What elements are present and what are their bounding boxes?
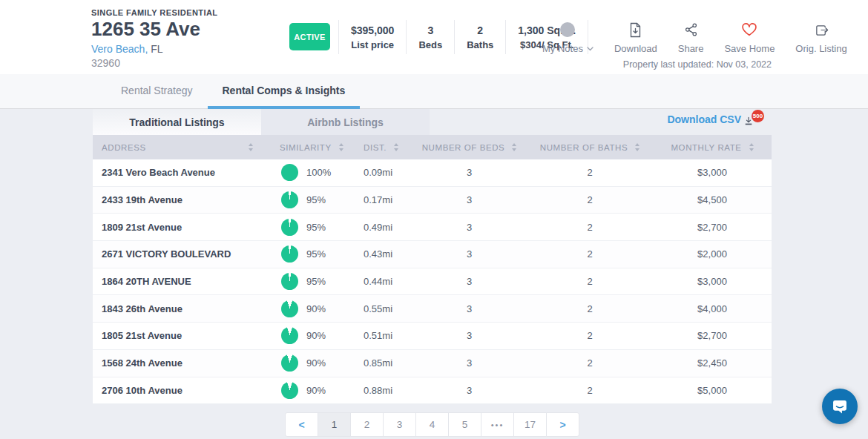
baths-value: 2	[527, 167, 653, 178]
pagination-page-1[interactable]: 1	[318, 412, 351, 437]
monthly-rate-value: $5,000	[653, 385, 772, 396]
download-csv-label: Download CSV	[667, 113, 741, 125]
comp-address: 1805 21st Avenue	[93, 330, 263, 341]
pagination-next[interactable]: >	[546, 412, 579, 437]
chevron-down-icon	[587, 47, 594, 51]
beds-value: 3	[412, 222, 527, 233]
chat-launcher-button[interactable]	[822, 389, 858, 424]
tab-airbnb-listings[interactable]: Airbnb Listings	[261, 109, 430, 135]
similarity-value: 95%	[306, 276, 326, 287]
table-row[interactable]: 1864 20TH AVENUE 95% 0.44mi 3 2 $3,000	[93, 268, 772, 296]
similarity-pie-icon	[281, 300, 298, 317]
tab-rental-strategy[interactable]: Rental Strategy	[106, 74, 208, 109]
orig-listing-button[interactable]: Orig. Listing	[795, 22, 846, 54]
table-header: ADDRESS SIMILARITY DIST. NUMBER OF BEDS …	[93, 135, 772, 159]
comp-address: 2671 VICTORY BOULEVARD	[93, 248, 263, 260]
pagination-page-5[interactable]: 5	[448, 412, 481, 437]
table-row[interactable]: 2341 Vero Beach Avenue 100% 0.09mi 3 2 $…	[93, 159, 772, 187]
status-badge: ACTIVE	[289, 23, 330, 50]
my-notes-button[interactable]: My Notes	[542, 22, 594, 54]
table-row[interactable]: 1843 26th Avenue 90% 0.55mi 3 2 $4,000	[93, 295, 772, 323]
last-updated-label: Property last updated: Nov 03, 2022	[623, 59, 772, 70]
comps-panel: Traditional Listings Airbnb Listings Dow…	[93, 109, 772, 437]
baths-value: 2	[527, 194, 653, 205]
sort-icon[interactable]	[749, 143, 754, 151]
column-label: SIMILARITY	[280, 143, 332, 152]
chat-bubble-icon	[830, 397, 849, 416]
zip-label: 32960	[91, 57, 218, 69]
pagination-page-17[interactable]: 17	[513, 412, 547, 437]
table-row[interactable]: 1809 21st Avenue 95% 0.49mi 3 2 $2,700	[93, 214, 772, 241]
similarity-pie-icon	[281, 382, 298, 399]
comp-address: 1864 20TH AVENUE	[93, 276, 263, 287]
tab-rental-comps-insights[interactable]: Rental Comps & Insights	[208, 74, 361, 109]
city-link[interactable]: Vero Beach,	[91, 43, 148, 55]
distance-value: 0.17mi	[345, 194, 412, 205]
column-header-baths[interactable]: NUMBER OF BATHS	[527, 135, 653, 159]
my-notes-label: My Notes	[542, 43, 583, 54]
property-header: SINGLE FAMILY RESIDENTIAL 1265 35 Ave Ve…	[0, 0, 868, 74]
sort-icon[interactable]	[394, 143, 398, 151]
column-header-dist[interactable]: DIST.	[345, 135, 412, 159]
sort-icon[interactable]	[249, 143, 253, 151]
share-button[interactable]: Share	[678, 22, 704, 54]
comp-address: 2706 10th Avenue	[93, 385, 263, 396]
pagination-prev[interactable]: <	[285, 412, 318, 437]
distance-value: 0.88mi	[345, 385, 412, 396]
distance-value: 0.55mi	[345, 303, 412, 314]
similarity-value: 90%	[306, 357, 326, 369]
column-header-similarity[interactable]: SIMILARITY	[263, 135, 345, 159]
baths-value: 2	[527, 330, 653, 341]
stat-list-price: $395,000 List price	[338, 20, 406, 54]
similarity-pie-icon	[281, 327, 298, 344]
baths-value: 2	[527, 385, 653, 396]
monthly-rate-value: $2,000	[653, 248, 772, 260]
download-button[interactable]: Download	[614, 22, 657, 54]
monthly-rate-value: $3,000	[653, 167, 772, 178]
baths-value: 2	[527, 276, 653, 287]
table-row[interactable]: 1568 24th Avenue 90% 0.85mi 3 2 $2,450	[93, 350, 772, 377]
monthly-rate-value: $2,700	[653, 330, 772, 341]
table-row[interactable]: 2706 10th Avenue 90% 0.88mi 3 2 $5,000	[93, 377, 772, 405]
beds-value: 3	[412, 303, 527, 314]
sort-icon[interactable]	[339, 143, 343, 151]
distance-value: 0.85mi	[345, 357, 412, 369]
column-header-monthly-rate[interactable]: MONTHLY RATE	[653, 135, 772, 159]
baths-value: 2	[527, 248, 653, 260]
similarity-cell: 95%	[263, 219, 345, 236]
pagination-ellipsis[interactable]: •••	[481, 412, 514, 437]
similarity-value: 90%	[306, 330, 326, 341]
download-csv-link[interactable]: Download CSV 500	[667, 113, 769, 126]
similarity-cell: 95%	[263, 191, 345, 208]
similarity-cell: 90%	[263, 300, 345, 317]
sort-icon[interactable]	[512, 143, 516, 151]
stat-label: Baths	[467, 39, 493, 50]
distance-value: 0.44mi	[345, 276, 412, 287]
sort-icon[interactable]	[635, 143, 640, 151]
property-city-line: Vero Beach,FL	[91, 43, 218, 55]
monthly-rate-value: $4,000	[653, 303, 772, 314]
column-header-beds[interactable]: NUMBER OF BEDS	[412, 135, 527, 159]
stat-beds: 3 Beds	[406, 20, 454, 54]
pagination-page-2[interactable]: 2	[350, 412, 384, 437]
table-row[interactable]: 1805 21st Avenue 90% 0.51mi 3 2 $2,700	[93, 323, 772, 350]
pagination-page-3[interactable]: 3	[383, 412, 416, 437]
similarity-value: 95%	[306, 222, 326, 233]
pagination-page-4[interactable]: 4	[415, 412, 449, 437]
similarity-pie-icon	[281, 354, 298, 372]
save-home-button[interactable]: Save Home	[724, 22, 775, 54]
column-label: ADDRESS	[102, 143, 146, 152]
similarity-pie-icon	[281, 191, 298, 208]
distance-value: 0.09mi	[345, 167, 412, 178]
similarity-value: 90%	[306, 385, 326, 396]
tab-traditional-listings[interactable]: Traditional Listings	[93, 109, 261, 135]
table-row[interactable]: 2433 19th Avenue 95% 0.17mi 3 2 $4,500	[93, 187, 772, 214]
stat-value: 2	[467, 24, 493, 36]
similarity-pie-icon	[281, 245, 298, 263]
column-label: NUMBER OF BEDS	[422, 143, 505, 152]
beds-value: 3	[412, 276, 527, 287]
csv-count-badge: 500	[752, 110, 764, 122]
column-header-address[interactable]: ADDRESS	[93, 135, 263, 159]
stat-value: 3	[418, 24, 442, 36]
table-row[interactable]: 2671 VICTORY BOULEVARD 95% 0.43mi 3 2 $2…	[93, 241, 772, 268]
